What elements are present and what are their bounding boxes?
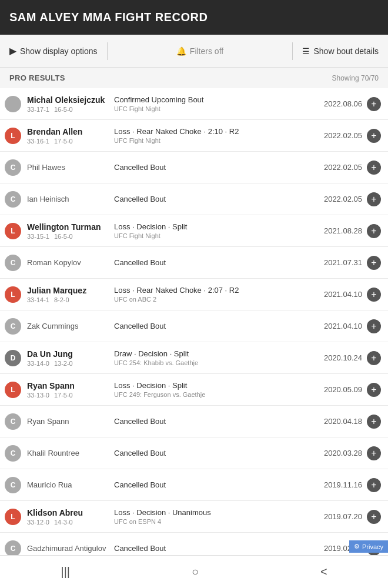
expand-button[interactable]: + [367,446,381,460]
result-badge: L [5,382,21,398]
expand-button[interactable]: + [367,129,381,143]
expand-button[interactable]: + [367,415,381,429]
result-badge: C [5,540,21,557]
fighter-info: Da Un Jung 33-14-013-2-0 [27,349,109,367]
section-header: PRO RESULTS Showing 70/70 [0,68,388,88]
bout-info: Loss · Rear Naked Choke · 2:07 · R2 UFC … [109,286,315,303]
expand-button[interactable]: + [367,97,381,111]
privacy-button[interactable]: ⚙ Privacy [349,540,388,553]
expand-button[interactable]: + [367,224,381,238]
table-row: C Ian Heinisch Cancelled Bout 2022.02.05… [0,183,388,215]
bout-info: Cancelled Bout [109,544,315,553]
table-row: C Ryan Spann Cancelled Bout 2020.04.18 + [0,406,388,437]
bout-date: 2022.02.05 [315,131,362,140]
bout-date: 2022.08.06 [315,99,362,108]
bout-result: Cancelled Bout [114,258,310,267]
fighter-record: 33-14-18-2-0 [27,296,109,303]
table-row: L Julian Marquez 33-14-18-2-0 Loss · Rea… [0,279,388,310]
filters-section: 🔔 Filters off [108,46,293,56]
bout-date: 2019.11.16 [315,480,362,489]
table-row: C Phil Hawes Cancelled Bout 2022.02.05 + [0,152,388,183]
privacy-gear-icon: ⚙ [354,543,360,550]
fighter-info: Ian Heinisch [27,195,109,203]
fighter-info: Mauricio Rua [27,480,109,489]
fight-list: Michal Oleksiejczuk 33-17-116-5-0 Confir… [0,88,388,588]
bout-date: 2020.05.09 [315,385,362,394]
bout-info: Cancelled Bout [109,480,315,489]
page-title: SAM ALVEY MMA FIGHT RECORD [9,11,208,24]
fighter-name: Ryan Spann [27,417,109,426]
fighter-name: Mauricio Rua [27,480,109,489]
bout-result: Confirmed Upcoming Bout [114,95,310,104]
expand-button[interactable]: + [367,478,381,492]
bout-result: Loss · Rear Naked Choke · 2:10 · R2 [114,127,310,136]
bout-date: 2021.04.10 [315,322,362,330]
bout-date: 2021.08.28 [315,226,362,235]
fighter-name: Michal Oleksiejczuk [27,95,109,105]
expand-button[interactable]: + [367,256,381,270]
bout-date: 2020.04.18 [315,417,362,426]
result-badge: C [5,477,21,493]
bout-event: UFC Fight Night [114,232,310,239]
bout-event: UFC Fight Night [114,137,310,144]
table-row: C Zak Cummings Cancelled Bout 2021.04.10… [0,310,388,342]
table-row: L Wellington Turman 33-15-116-5-0 Loss ·… [0,215,388,247]
result-badge: C [5,413,21,430]
table-row: L Ryan Spann 33-13-017-5-0 Loss · Decisi… [0,374,388,406]
fighter-name: Klidson Abreu [27,508,109,517]
result-badge: C [5,318,21,335]
fighter-info: Klidson Abreu 33-12-014-3-0 [27,508,109,526]
fighter-name: Da Un Jung [27,349,109,359]
home-nav-icon[interactable]: ||| [61,565,70,579]
expand-button[interactable]: + [367,510,381,524]
expand-button[interactable]: + [367,383,381,397]
bout-info: Cancelled Bout [109,195,315,203]
result-badge: L [5,128,21,144]
result-badge: C [5,255,21,271]
result-badge [5,96,21,112]
bout-date: 2021.07.31 [315,258,362,267]
bout-date: 2022.02.05 [315,163,362,172]
circle-nav-icon[interactable]: ○ [192,565,199,579]
fighter-info: Zak Cummings [27,322,109,330]
expand-button[interactable]: + [367,161,381,175]
table-row: D Da Un Jung 33-14-013-2-0 Draw · Decisi… [0,342,388,374]
fighter-info: Brendan Allen 33-16-117-5-0 [27,127,109,145]
expand-button[interactable]: + [367,192,381,206]
result-badge: L [5,223,21,239]
fighter-name: Gadzhimurad Antigulov [27,544,109,553]
expand-button[interactable]: + [367,319,381,333]
bout-info: Confirmed Upcoming Bout UFC Fight Night [109,95,315,112]
bout-result: Cancelled Bout [114,544,310,553]
bout-info: Cancelled Bout [109,417,315,426]
bout-info: Loss · Decision · Split UFC Fight Night [109,222,315,239]
table-row: L Brendan Allen 33-16-117-5-0 Loss · Rea… [0,120,388,152]
display-options-button[interactable]: ▶ Show display options [0,35,107,67]
expand-button[interactable]: + [367,288,381,302]
fighter-info: Phil Hawes [27,163,109,172]
filters-label: Filters off [190,46,223,56]
bout-event: UFC Fight Night [114,105,310,112]
bout-details-button[interactable]: ☰ Show bout details [293,46,388,56]
expand-button[interactable]: + [367,351,381,365]
fighter-info: Roman Kopylov [27,258,109,267]
bout-date: 2022.02.05 [315,195,362,203]
bout-info: Cancelled Bout [109,258,315,267]
bout-result: Loss · Decision · Unanimous [114,508,310,517]
bout-info: Loss · Decision · Split UFC 249: Ferguso… [109,381,315,398]
bout-info: Draw · Decision · Split UFC 254: Khabib … [109,349,315,366]
bout-result: Loss · Decision · Split [114,222,310,231]
bottom-navigation: ||| ○ < [0,555,388,588]
fighter-name: Julian Marquez [27,286,109,295]
bout-event: UFC on ABC 2 [114,296,310,303]
toolbar: ▶ Show display options 🔔 Filters off ☰ S… [0,35,388,68]
bout-event: UFC 249: Ferguson vs. Gaethje [114,391,310,398]
fighter-name: Phil Hawes [27,163,109,172]
bout-date: 2020.10.24 [315,353,362,362]
result-badge: C [5,445,21,462]
fighter-info: Ryan Spann [27,417,109,426]
section-title: PRO RESULTS [9,74,65,82]
bout-date: 2021.04.10 [315,290,362,299]
bout-result: Cancelled Bout [114,449,310,457]
back-nav-icon[interactable]: < [320,565,327,579]
